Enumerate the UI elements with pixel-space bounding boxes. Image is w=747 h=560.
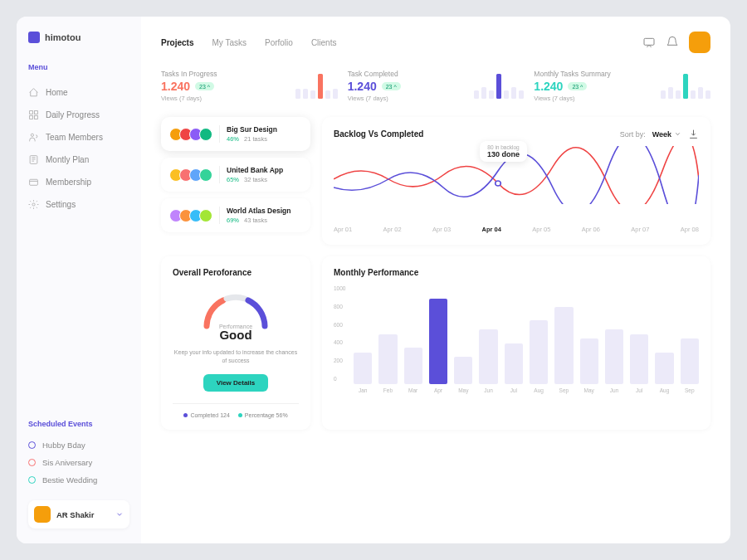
ytick: 0 [334, 376, 345, 382]
chat-icon[interactable] [642, 36, 656, 49]
sidebar-item-team-members[interactable]: Team Members [28, 126, 129, 149]
project-tasks: 32 tasks [244, 176, 267, 183]
tab-clients[interactable]: Clients [311, 38, 337, 47]
bar-column: Feb [378, 334, 397, 394]
bar-column: Jul [505, 343, 523, 394]
event-item[interactable]: Hubby Bday [28, 436, 129, 454]
bar [378, 334, 397, 385]
menu-label: Team Members [46, 133, 103, 142]
main-content: ProjectsMy TasksPorfolioClients Tasks In… [141, 17, 730, 543]
stat-card: Task Completed 1.240 23 ^ Views (7 days) [348, 70, 525, 102]
bar-column: Sep [554, 307, 573, 394]
chart-title: Backlog Vs Completed [334, 129, 423, 139]
project-card[interactable]: World Atlas Design 69% 43 tasks [161, 198, 310, 232]
bar-label: Jul [636, 387, 642, 393]
download-icon[interactable] [688, 129, 699, 139]
tabs: ProjectsMy TasksPorfolioClients [161, 38, 336, 47]
performance-value: Good [173, 328, 299, 342]
menu-label: Montly Plan [46, 155, 89, 164]
events-heading: Scheduled Events [28, 420, 129, 428]
event-label: Sis Aniversary [42, 458, 92, 467]
bar-label: Jul [510, 387, 517, 393]
menu-heading: Menu [28, 63, 129, 71]
user-name: AR Shakir [56, 510, 110, 519]
tab-porfolio[interactable]: Porfolio [265, 38, 293, 47]
sort-dropdown[interactable]: Week [652, 130, 681, 139]
sidebar-item-daily-progress[interactable]: Daily Progress [28, 104, 129, 126]
bar-column: Jan [354, 353, 372, 394]
event-dot-icon [28, 459, 36, 466]
bar-column: Aug [655, 353, 673, 394]
bell-icon[interactable] [666, 36, 679, 49]
menu-icon [28, 177, 39, 187]
bar-label: Apr [434, 387, 442, 393]
menu-icon [28, 199, 39, 210]
sidebar-item-settings[interactable]: Settings [28, 193, 129, 216]
project-card[interactable]: United Bank App 65% 32 tasks [161, 158, 310, 192]
brand-logo[interactable]: himotou [28, 32, 129, 43]
bar-label: May [458, 387, 468, 393]
view-details-button[interactable]: View Details [203, 374, 269, 392]
svg-rect-1 [35, 111, 38, 114]
bar [505, 343, 523, 385]
stat-card: Tasks In Progress 1.240 23 ^ Views (7 da… [161, 70, 338, 102]
user-card[interactable]: AR Shakir [28, 500, 129, 528]
bar-column: Sep [681, 338, 699, 393]
bar [554, 307, 573, 385]
ytick: 200 [334, 358, 345, 363]
stat-sub: Views (7 days) [348, 95, 401, 102]
avatar [199, 128, 212, 141]
event-item[interactable]: Sis Aniversary [28, 454, 129, 471]
bar [580, 338, 598, 384]
stat-title: Monthly Tasks Summary [534, 70, 610, 78]
bar-label: Sep [685, 387, 695, 393]
chevron-down-icon [674, 130, 681, 138]
project-pct: 69% [227, 217, 239, 224]
bar-label: Jun [610, 387, 618, 393]
monthly-title: Monthly Performance [334, 268, 699, 277]
sidebar-item-membership[interactable]: Membership [28, 171, 129, 193]
sidebar-item-montly-plan[interactable]: Montly Plan [28, 149, 129, 171]
bar [454, 357, 472, 384]
chevron-down-icon [115, 510, 124, 519]
stat-sub: Views (7 days) [161, 95, 217, 102]
svg-rect-2 [30, 116, 33, 119]
bar-label: Mar [408, 387, 417, 393]
ytick: 400 [334, 339, 345, 345]
project-card[interactable]: Big Sur Design 46% 21 tasks [161, 117, 310, 151]
topbar: ProjectsMy TasksPorfolioClients [161, 32, 710, 53]
chart-tooltip: 80 in backlog 130 done [480, 141, 527, 162]
bar-label: Feb [383, 387, 393, 393]
performance-card: Overall Peroforance Performance Good Kee… [161, 256, 310, 430]
bar-column: Mar [404, 348, 422, 393]
stat-delta: 23 ^ [382, 82, 401, 90]
xaxis-label: Apr 01 [334, 226, 352, 233]
xaxis-label: Apr 02 [383, 226, 402, 233]
event-item[interactable]: Bestie Wedding [28, 471, 129, 489]
avatar [34, 506, 51, 523]
bar-label: May [584, 387, 594, 393]
menu-icon [28, 132, 39, 143]
bar-label: Aug [534, 387, 544, 393]
stat-title: Tasks In Progress [161, 70, 217, 78]
event-dot-icon [28, 476, 36, 484]
sparkline [661, 74, 710, 99]
bar [605, 329, 623, 384]
bar [429, 299, 447, 384]
bar-label: Aug [660, 387, 670, 393]
tab-projects[interactable]: Projects [161, 38, 193, 47]
project-tasks: 43 tasks [244, 217, 267, 224]
stat-card: Monthly Tasks Summary 1.240 23 ^ Views (… [534, 70, 710, 102]
bar [404, 348, 422, 384]
user-avatar-top[interactable] [689, 32, 710, 53]
logo-icon [28, 32, 40, 43]
chart-xaxis: Apr 01Apr 02Apr 03Apr 04Apr 05Apr 06Apr … [334, 226, 699, 233]
menu-icon [28, 87, 39, 98]
stat-sub: Views (7 days) [534, 95, 610, 102]
tab-my-tasks[interactable]: My Tasks [212, 38, 247, 47]
stat-delta: 23 ^ [195, 82, 214, 90]
sidebar-item-home[interactable]: Home [28, 81, 129, 104]
project-name: United Bank App [227, 166, 302, 174]
sort-label: Sort by: [620, 130, 646, 139]
xaxis-label: Apr 04 [482, 226, 501, 233]
